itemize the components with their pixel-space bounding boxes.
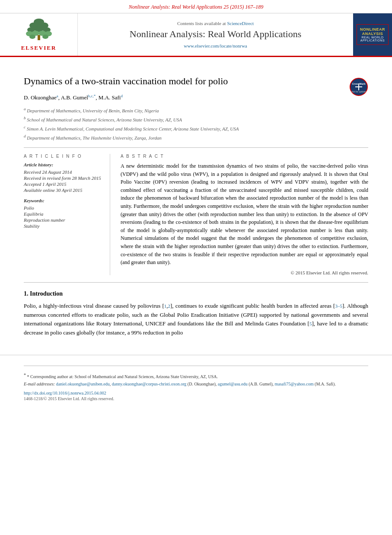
- journal-title-bar: Nonlinear Analysis: Real World Applicati…: [0, 0, 392, 13]
- received-date: Received 24 August 2014: [24, 169, 103, 175]
- sciencedirect-prefix: Contents lists available at: [177, 21, 226, 26]
- author-safi: M.A. Safid: [99, 94, 123, 101]
- corresponding-note: * * Corresponding author at: School of M…: [24, 372, 368, 380]
- keyword-reproduction: Reproduction number: [24, 217, 103, 223]
- email-sep1: ,: [110, 382, 111, 386]
- affil-b: b School of Mathematical and Natural Sci…: [24, 115, 368, 123]
- email1[interactable]: daniel.okuonghae@uniben.edu: [56, 382, 110, 386]
- journal-citation: Nonlinear Analysis: Real World Applicati…: [129, 4, 263, 10]
- copyright-line: © 2015 Elsevier Ltd. All rights reserved…: [121, 270, 368, 275]
- available-date: Available online 30 April 2015: [24, 188, 103, 193]
- ref-5[interactable]: 5: [309, 321, 312, 326]
- header-section: ELSEVIER Contents lists available at Sci…: [0, 13, 392, 57]
- email-label: E-mail addresses:: [24, 382, 55, 386]
- introduction-heading: 1. Introduction: [24, 290, 368, 297]
- issn-line: 1468-1218/© 2015 Elsevier Ltd. All right…: [24, 396, 368, 401]
- email-attribution3: (M.A. Safi).: [315, 382, 336, 386]
- footer-section: * * Corresponding author at: School of M…: [0, 355, 392, 408]
- article-title: Dynamics of a two-strain vaccination mod…: [24, 75, 368, 88]
- affiliations: a Department of Mathematics, University …: [24, 106, 368, 141]
- affil-a: a Department of Mathematics, University …: [24, 106, 368, 114]
- ref-3-5[interactable]: 3–5: [335, 303, 342, 309]
- abstract-label: A B S T R A C T: [121, 154, 368, 159]
- elsevier-logo: ELSEVIER: [21, 18, 57, 51]
- email-attribution1: (D. Okuonghae),: [188, 382, 217, 386]
- email2[interactable]: danny.okuonghae@corpus-christi.oxon.org: [112, 382, 187, 386]
- title-area: CrossMark click for updates Dynamics of …: [24, 75, 368, 88]
- email-line: E-mail addresses: daniel.okuonghae@unibe…: [24, 381, 368, 387]
- author-okuonghae: D. Okuonghaea: [24, 94, 58, 101]
- journal-website[interactable]: www.elsevier.com/locate/nonrwa: [184, 43, 247, 48]
- divider-2: [24, 282, 368, 283]
- journal-badge-area: Nonlinear Analysis Real World Applicatio…: [353, 13, 392, 56]
- elsevier-text-label: ELSEVIER: [21, 45, 57, 51]
- badge-line2: Analysis: [359, 32, 386, 36]
- badge-line4: Applications: [359, 39, 386, 42]
- authors-line: D. Okuonghaea, A.B. Gumelb,c,*, M.A. Saf…: [24, 94, 368, 101]
- article-info-abstract: A R T I C L E I N F O Article history: R…: [24, 154, 368, 275]
- header-center: Contents lists available at ScienceDirec…: [78, 13, 353, 56]
- main-content: CrossMark click for updates Dynamics of …: [0, 57, 392, 346]
- badge-line3: Real World: [359, 36, 386, 39]
- keywords-section: Keywords: Polio Equilibria Reproduction …: [24, 198, 103, 229]
- journal-badge: Nonlinear Analysis Real World Applicatio…: [357, 24, 389, 45]
- author-gumel: A.B. Gumelb,c,*: [61, 94, 96, 101]
- ref-1[interactable]: 1: [164, 303, 167, 309]
- elsevier-tree-icon: [26, 18, 52, 41]
- keywords-label: Keywords:: [24, 198, 103, 203]
- article-info-column: A R T I C L E I N F O Article history: R…: [24, 154, 110, 275]
- history-label: Article history:: [24, 162, 103, 167]
- keyword-polio: Polio: [24, 205, 103, 210]
- affil-c: c Simon A. Levin Mathematical, Computati…: [24, 124, 368, 132]
- keyword-stability: Stability: [24, 223, 103, 229]
- article-info-label: A R T I C L E I N F O: [24, 154, 103, 159]
- sciencedirect-link[interactable]: ScienceDirect: [227, 21, 254, 26]
- footer-divider: [24, 366, 368, 366]
- accepted-date: Accepted 1 April 2015: [24, 182, 103, 187]
- abstract-column: A B S T R A C T A new deterministic mode…: [121, 154, 368, 275]
- svg-rect-10: [38, 35, 40, 40]
- divider-1: [24, 147, 368, 148]
- elsevier-logo-area: ELSEVIER: [0, 13, 78, 56]
- affil-d: d Department of Mathematics, The Hashemi…: [24, 134, 368, 141]
- abstract-text: A new deterministic model for the transm…: [121, 162, 368, 267]
- keyword-equilibria: Equilibria: [24, 211, 103, 217]
- introduction-text: Polio, a highly-infectious viral disease…: [24, 302, 368, 338]
- revised-date: Received in revised form 28 March 2015: [24, 175, 103, 181]
- email-attribution2: (A.B. Gumel),: [249, 382, 274, 386]
- sciencedirect-line: Contents lists available at ScienceDirec…: [177, 21, 254, 26]
- email4[interactable]: masafi75@yahoo.com: [275, 382, 314, 386]
- ref-2[interactable]: 2: [168, 303, 170, 309]
- journal-main-title: Nonlinear Analysis: Real World Applicati…: [130, 29, 301, 40]
- badge-line1: Nonlinear: [359, 27, 386, 32]
- svg-text:click for updates: click for updates: [351, 90, 367, 93]
- doi-line[interactable]: http://dx.doi.org/10.1016/j.nonrwa.2015.…: [24, 391, 368, 395]
- email3[interactable]: agumel@asu.edu: [218, 382, 248, 386]
- svg-point-12: [42, 35, 48, 39]
- crossmark-badge: CrossMark click for updates: [349, 77, 368, 98]
- svg-point-11: [29, 35, 35, 39]
